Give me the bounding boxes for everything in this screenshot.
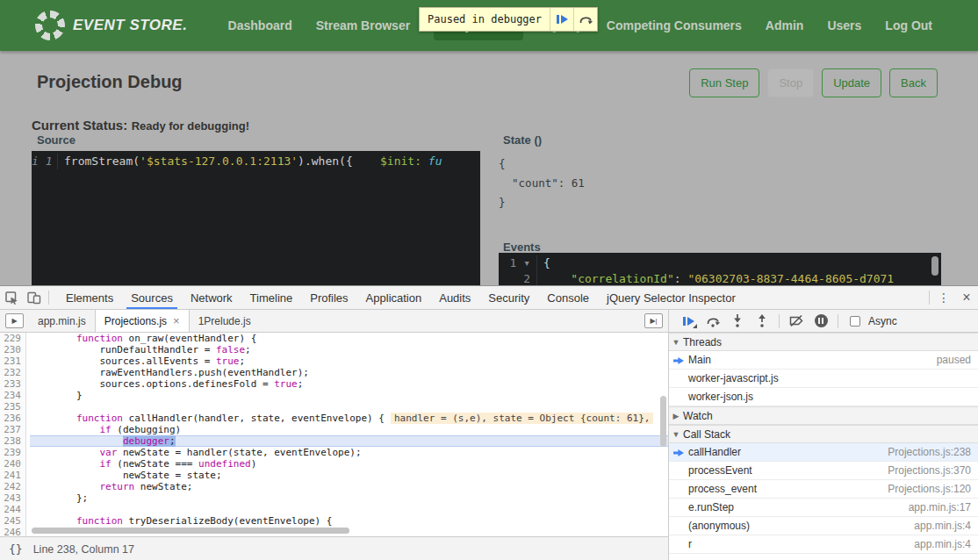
paused-in-debugger-tooltip: Paused in debugger [419, 7, 598, 32]
more-options-icon[interactable]: ⋮ [932, 286, 955, 309]
close-file-tab-icon[interactable]: × [173, 314, 180, 327]
state-json: { "count": 61 } [499, 154, 585, 212]
events-scrollbar-thumb[interactable] [931, 256, 938, 276]
deactivate-breakpoints-icon [788, 314, 804, 327]
step-into-button[interactable] [727, 310, 748, 332]
file-tab-app-min-js[interactable]: app.min.js [29, 310, 95, 332]
brand-text: EVENT STORE. [73, 17, 187, 34]
thread-row-main[interactable]: Main paused [669, 351, 978, 370]
step-over-button[interactable] [573, 8, 597, 31]
nav-item-admin[interactable]: Admin [766, 18, 804, 32]
chevron-down-icon: ▼ [669, 430, 683, 439]
thread-name: Main [688, 354, 711, 366]
nav-item-dashboard[interactable]: Dashboard [228, 18, 292, 32]
call-stack-frame[interactable]: processEvent Projections.js:370 [669, 462, 978, 480]
inspect-element-icon[interactable] [0, 286, 23, 309]
sources-statusbar: {} Line 238, Column 17 [0, 536, 668, 560]
toolbar-divider [48, 291, 49, 305]
section-title: Call Stack [683, 428, 730, 441]
tab-timeline[interactable]: Timeline [241, 286, 302, 309]
tab-application[interactable]: Application [357, 286, 431, 309]
show-details-pane-icon[interactable]: ▶| [644, 313, 663, 328]
tab-elements[interactable]: Elements [57, 286, 122, 309]
back-button[interactable]: Back [889, 68, 938, 97]
frame-location: app.min.js:4 [914, 538, 971, 550]
tab-network[interactable]: Network [182, 286, 241, 309]
update-button[interactable]: Update [822, 68, 881, 97]
pretty-print-icon[interactable]: {} [9, 542, 23, 556]
events-panel-label: Events [503, 241, 541, 254]
tab-console[interactable]: Console [538, 286, 598, 309]
nav-item-competing-consumers[interactable]: Competing Consumers [607, 18, 742, 32]
show-navigator-icon[interactable]: ▶ [5, 313, 24, 328]
section-title: Threads [683, 336, 722, 348]
deactivate-breakpoints-button[interactable] [786, 310, 807, 332]
code-editor[interactable]: 229 function on_raw(eventHandler) {230 r… [0, 333, 668, 536]
current-status-value: Ready for debugging! [132, 119, 249, 133]
async-checkbox[interactable] [850, 316, 860, 327]
frame-name: processEvent [688, 464, 752, 477]
pause-on-exceptions-button[interactable] [810, 310, 831, 332]
screen: EVENT STORE. Dashboard Stream Browser Pr… [0, 0, 978, 560]
call-stack-frame[interactable]: r app.min.js:4 [669, 535, 978, 554]
call-stack-frame[interactable]: process_event Projections.js:120 [669, 480, 978, 499]
active-thread-arrow-icon [673, 357, 684, 364]
file-tab-projections-js[interactable]: Projections.js × [95, 310, 190, 332]
tab-security[interactable]: Security [479, 286, 538, 309]
thread-row-worker-javascript[interactable]: worker-javascript.js [669, 370, 978, 388]
frame-location: Projections.js:238 [888, 446, 971, 458]
step-over-button[interactable] [702, 310, 723, 332]
call-stack-frame[interactable]: e.runStep app.min.js:17 [669, 499, 978, 517]
call-stack-frame[interactable]: (anonymous) app.min.js:4 [669, 517, 978, 535]
source-editor[interactable]: i 1fromStream('$stats-127.0.0.1:2113').w… [32, 151, 480, 285]
section-title: Watch [683, 410, 713, 422]
devtools-tabs: Elements Sources Network Timeline Profil… [57, 286, 744, 309]
step-into-icon [732, 313, 743, 328]
step-over-icon [579, 13, 593, 25]
threads-section-header[interactable]: ▼ Threads [669, 333, 978, 351]
thread-row-worker-json[interactable]: worker-json.js [669, 388, 978, 406]
step-out-button[interactable] [751, 310, 773, 332]
resume-script-button[interactable] [550, 8, 573, 31]
horizontal-scrollbar-thumb[interactable] [32, 528, 349, 534]
brand[interactable]: EVENT STORE. [35, 11, 187, 40]
call-stack-section-header[interactable]: ▼ Call Stack [669, 425, 978, 443]
nav-item-users[interactable]: Users [827, 18, 861, 32]
tab-audits[interactable]: Audits [430, 286, 479, 309]
vertical-scrollbar-thumb[interactable] [660, 396, 666, 447]
tab-profiles[interactable]: Profiles [301, 286, 356, 309]
chevron-down-icon: ▼ [669, 338, 683, 347]
file-tab-label: app.min.js [38, 315, 86, 327]
cursor-position: Line 238, Column 17 [33, 543, 134, 556]
tab-sources[interactable]: Sources [122, 286, 182, 309]
pause-on-exceptions-icon [815, 314, 828, 327]
watch-section-header[interactable]: ▶ Watch [669, 406, 978, 425]
file-tab-label: Projections.js [104, 315, 167, 327]
debugger-sidebar: Async ▼ Threads Main paused worker-javas… [669, 310, 978, 560]
state-panel-label: State () [503, 133, 542, 147]
toolbar-divider [838, 314, 838, 328]
events-editor[interactable]: 1 ▾{2 "correlationId": "06302703-8837-44… [499, 253, 941, 285]
call-stack-frame-clipped [669, 554, 978, 560]
current-status: Current Status: Ready for debugging! [32, 118, 249, 133]
tab-jquery-selector-inspector[interactable]: jQuery Selector Inspector [598, 286, 744, 309]
frame-name: callHandler [688, 446, 741, 458]
eventstore-logo-icon [35, 11, 65, 40]
file-tab-label: 1Prelude.js [198, 315, 251, 327]
current-status-label: Current Status: [32, 118, 127, 133]
resume-script-button[interactable] [678, 310, 699, 332]
thread-name: worker-javascript.js [688, 372, 779, 384]
frame-name: e.runStep [688, 501, 734, 513]
close-devtools-icon[interactable]: × [955, 286, 978, 309]
projection-debug-page: Projection Debug Run Step Stop Update Ba… [0, 51, 978, 285]
run-step-button[interactable]: Run Step [689, 68, 759, 97]
page-title: Projection Debug [37, 72, 183, 92]
stop-button[interactable]: Stop [767, 68, 814, 97]
call-stack-frame[interactable]: callHandler Projections.js:238 [669, 443, 978, 462]
debugger-toolbar: Async [669, 310, 978, 333]
async-label: Async [868, 315, 897, 327]
device-toolbar-icon[interactable] [23, 286, 46, 309]
nav-item-log-out[interactable]: Log Out [885, 18, 932, 32]
nav-item-stream-browser[interactable]: Stream Browser [316, 18, 410, 32]
file-tab-1prelude-js[interactable]: 1Prelude.js [190, 310, 260, 332]
